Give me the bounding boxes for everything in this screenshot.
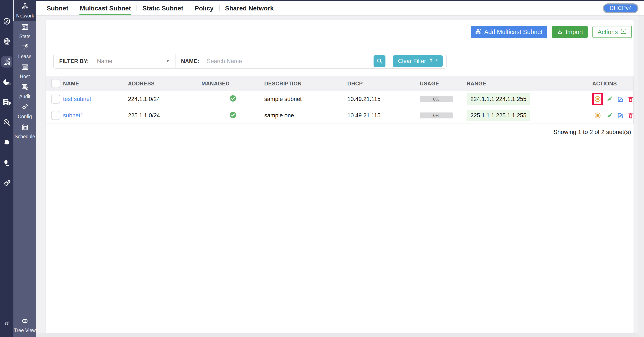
tab-shared-network[interactable]: Shared Network [220, 1, 279, 15]
select-all-checkbox[interactable] [51, 79, 60, 88]
sidebar-item-network[interactable]: Network [14, 0, 36, 21]
pagination-summary: Showing 1 to 2 of 2 subnet(s) [554, 129, 631, 136]
sidebar-item-label: Config [18, 114, 32, 120]
integrations-plug-icon[interactable] [1, 153, 12, 173]
action-icon-slot [592, 109, 603, 122]
cleanup-broom-icon[interactable] [606, 96, 613, 103]
clear-filter-label: Clear Filter [398, 58, 426, 64]
search-icon [376, 58, 383, 65]
host-window-icon [20, 63, 30, 72]
svg-text:DNS: DNS [5, 43, 9, 45]
search-name-input[interactable] [207, 58, 374, 64]
tree-view-toggle-icon [20, 317, 30, 326]
actions-button[interactable]: Actions [592, 26, 632, 38]
usage-bar: 0% [420, 112, 453, 118]
filter-bar: FILTER BY: Name ▼ NAME: [53, 54, 446, 68]
edit-icon[interactable] [616, 96, 624, 103]
range-chip: 225.1.1.1 225.1.1.255 [466, 110, 530, 121]
dhcp-cell: 10.49.21.115 [347, 96, 420, 102]
column-header-dhcp: DHCP [347, 80, 420, 87]
actions-cell [592, 109, 634, 122]
main-area: Subnet Multicast Subnet Static Subnet Po… [36, 0, 644, 337]
subnet-name-link[interactable]: subnet1 [63, 112, 128, 119]
download-icon [557, 28, 563, 36]
sidebar-item-label: Lease [18, 54, 32, 60]
import-button-label: Import [566, 28, 583, 36]
row-checkbox[interactable] [51, 94, 60, 104]
chevron-down-icon: ▼ [166, 59, 170, 64]
sidebar-item-label: Host [20, 74, 30, 80]
address-cell: 225.1.1.0/24 [128, 112, 202, 119]
column-header-actions: ACTIONS [592, 80, 633, 87]
search-button[interactable] [374, 55, 386, 67]
name-filter-label: NAME: [181, 58, 199, 64]
dashboard-icon[interactable] [1, 11, 12, 31]
sidebar-item-label: Network [16, 13, 34, 19]
network-sitemap-icon [21, 2, 30, 12]
admin-tools-icon[interactable] [1, 173, 12, 193]
dhcp-version-badge[interactable]: DHCPv4 [603, 4, 638, 13]
clear-filter-funnel-icon [428, 58, 434, 65]
filter-by-dropdown[interactable]: FILTER BY: Name ▼ [54, 54, 176, 68]
usage-value: 0% [433, 97, 439, 102]
usage-bar: 0% [420, 96, 453, 102]
page-bottom-band [36, 333, 644, 337]
actions-cell [592, 93, 634, 105]
notifications-bell-icon[interactable] [1, 132, 12, 153]
reports-pie-icon[interactable] [1, 72, 12, 92]
column-header-address: ADDRESS [128, 80, 202, 87]
description-cell: sample subnet [264, 96, 347, 102]
cleanup-broom-icon[interactable] [606, 112, 613, 119]
highlight-box [592, 93, 603, 105]
collapse-sidebar-icon[interactable]: « [4, 319, 9, 327]
discovery-search-icon[interactable] [1, 112, 12, 132]
sidebar-item-label: Audit [19, 94, 30, 100]
managed-cell [202, 111, 264, 120]
sidebar-item-schedule[interactable]: Schedule [14, 122, 36, 142]
column-header-managed: MANAGED [202, 80, 264, 87]
sidebar-item-stats[interactable]: Stats [14, 21, 36, 41]
delete-trash-icon[interactable] [627, 96, 634, 103]
scrollbar-track[interactable] [638, 15, 644, 337]
details-icon[interactable] [594, 96, 601, 103]
delete-trash-icon[interactable] [627, 112, 634, 119]
dropdown-caret-icon [620, 28, 627, 36]
managed-check-icon [229, 94, 237, 104]
stats-window-icon [20, 23, 30, 32]
schedule-calendar-icon [20, 123, 30, 132]
table-row: test subnet 224.1.1.0/24 sample subnet 1… [46, 91, 633, 107]
icon-rail: DNS [0, 0, 14, 337]
dns-globe-icon[interactable]: DNS [1, 31, 12, 52]
lease-monitor-clock-icon [20, 43, 30, 52]
managed-check-icon [229, 111, 237, 120]
details-icon[interactable] [594, 112, 601, 119]
sidebar-item-audit[interactable]: Audit [14, 81, 36, 102]
import-button[interactable]: Import [552, 26, 588, 38]
app-window: DNS [0, 0, 644, 337]
table-header-row: NAME ADDRESS MANAGED DESCRIPTION DHCP US… [46, 76, 633, 91]
sidebar-item-tree-view[interactable]: Tree View [14, 315, 36, 335]
sidebar-item-host[interactable]: Host [14, 61, 36, 81]
edit-icon[interactable] [616, 112, 624, 119]
sidebar-item-lease[interactable]: Lease [14, 41, 36, 61]
tab-policy[interactable]: Policy [189, 1, 219, 15]
sidebar-item-config[interactable]: Config [14, 102, 36, 122]
config-gears-icon [20, 103, 30, 112]
subnet-name-link[interactable]: test subnet [63, 96, 128, 102]
address-cell: 224.1.1.0/24 [128, 96, 202, 102]
sidebar-item-label: Schedule [15, 134, 35, 140]
name-filter-section: NAME: [176, 58, 374, 64]
security-shield-icon[interactable] [1, 92, 12, 112]
tab-subnet[interactable]: Subnet [41, 1, 74, 15]
row-checkbox[interactable] [51, 111, 60, 120]
audit-list-clock-icon [20, 83, 30, 92]
range-chip: 224.1.1.1 224.1.1.255 [466, 93, 530, 105]
table-row: subnet1 225.1.1.0/24 sample one 10.49.21… [46, 107, 633, 124]
dhcp-server-icon[interactable] [1, 52, 12, 72]
column-header-range: RANGE [466, 80, 592, 87]
sub-navigation: Network Stats Lease [14, 0, 36, 337]
tab-static-subnet[interactable]: Static Subnet [137, 1, 189, 15]
tab-multicast-subnet[interactable]: Multicast Subnet [74, 1, 136, 15]
clear-filter-button[interactable]: Clear Filter x [393, 56, 443, 67]
add-multicast-subnet-button[interactable]: Add Multicast Subnet [471, 26, 547, 38]
